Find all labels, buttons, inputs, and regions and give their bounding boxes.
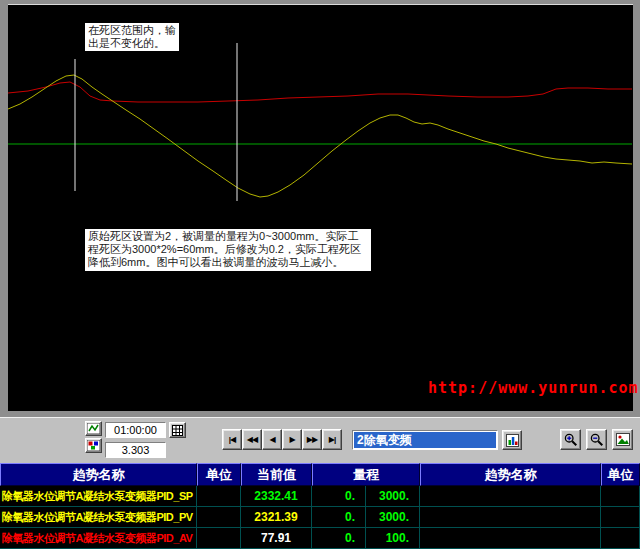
color-palette-icon: [87, 440, 100, 451]
trend-chart-region: 在死区范围内，输出是不变化的。 原始死区设置为2，被调量的量程为0~3000mm…: [0, 0, 640, 417]
header-trend-name: 趋势名称: [0, 463, 197, 486]
header-range: 量程: [312, 463, 420, 486]
trend-name-cell: 除氧器水位调节A凝结水泵变频器PID_AV: [0, 528, 197, 549]
pv-curve: [8, 75, 632, 197]
header-current-value: 当前值: [241, 463, 312, 486]
nav-first-button[interactable]: |◀: [222, 429, 242, 450]
nav-fast-back-button[interactable]: ◀◀: [242, 429, 262, 450]
range-max-cell: 3000.: [366, 507, 420, 528]
av-curve: [8, 82, 632, 102]
playback-nav-group: |◀ ◀◀ ◀ ▶ ▶▶ ▶|: [222, 429, 342, 450]
trend-group-config-button[interactable]: [502, 430, 522, 450]
zoom-in-button[interactable]: [560, 429, 581, 450]
grid-icon: [172, 425, 183, 436]
unit-cell: [197, 486, 241, 507]
table-row-pid-av[interactable]: 除氧器水位调节A凝结水泵变频器PID_AV 77.91 0. 100.: [0, 528, 640, 549]
trend-group-select[interactable]: 2除氧变频: [352, 430, 498, 450]
mini-trend-icon: [87, 423, 100, 434]
trend-group-selected-value: 2除氧变频: [354, 432, 496, 448]
trend-toolbar: 01:00:00 3.303 |◀ ◀◀ ◀ ▶ ▶▶ ▶| 2除氧变频: [0, 417, 640, 463]
color-settings-button[interactable]: [85, 438, 102, 453]
trend-name-cell: 除氧器水位调节A凝结水泵变频器PID_SP: [0, 486, 197, 507]
table-row-pid-sp[interactable]: 除氧器水位调节A凝结水泵变频器PID_SP 2332.41 0. 3000.: [0, 486, 640, 507]
range-min-cell: 0.: [312, 528, 366, 549]
nav-forward-button[interactable]: ▶: [282, 429, 302, 450]
trend-name-2-cell: [420, 486, 601, 507]
nav-last-button[interactable]: ▶|: [322, 429, 342, 450]
current-value-cell: 2332.41: [241, 486, 312, 507]
unit-2-cell: [601, 507, 640, 528]
grid-settings-button[interactable]: [169, 422, 186, 438]
trend-curves: [8, 5, 633, 411]
unit-cell: [197, 528, 241, 549]
unit-cell: [197, 507, 241, 528]
website-watermark: http://www.yunrun.com.cn: [428, 379, 640, 397]
trend-name-2-cell: [420, 528, 601, 549]
unit-2-cell: [601, 486, 640, 507]
trend-legend-table: 趋势名称 单位 当前值 量程 趋势名称 单位 除氧器水位调节A凝结水泵变频器PI…: [0, 463, 640, 549]
trend-name-cell: 除氧器水位调节A凝结水泵变频器PID_PV: [0, 507, 197, 528]
zoom-out-button[interactable]: [586, 429, 607, 450]
current-value-cell: 2321.39: [241, 507, 312, 528]
trend-plot[interactable]: 在死区范围内，输出是不变化的。 原始死区设置为2，被调量的量程为0~3000mm…: [8, 4, 633, 411]
bar-chart-icon: [506, 434, 519, 447]
table-row-pid-pv[interactable]: 除氧器水位调节A凝结水泵变频器PID_PV 2321.39 0. 3000.: [0, 507, 640, 528]
header-trend-name-2: 趋势名称: [420, 463, 601, 486]
nav-fast-fwd-button[interactable]: ▶▶: [302, 429, 322, 450]
trend-name-2-cell: [420, 507, 601, 528]
unit-2-cell: [601, 528, 640, 549]
range-min-cell: 0.: [312, 507, 366, 528]
trend-viewer-window: 在死区范围内，输出是不变化的。 原始死区设置为2，被调量的量程为0~3000mm…: [0, 0, 640, 549]
export-image-button[interactable]: [612, 429, 633, 450]
header-unit-2: 单位: [601, 463, 640, 486]
deadband-annotation: 在死区范围内，输出是不变化的。: [85, 23, 179, 51]
picture-icon: [616, 433, 630, 446]
zoom-in-icon: [564, 433, 578, 447]
table-header-row: 趋势名称 单位 当前值 量程 趋势名称 单位: [0, 463, 640, 486]
current-value-cell: 77.91: [241, 528, 312, 549]
time-span-input[interactable]: 01:00:00: [105, 422, 166, 438]
deadband-explanation-annotation: 原始死区设置为2，被调量的量程为0~3000mm。实际工程死区为3000*2%=…: [85, 229, 371, 271]
range-max-cell: 100.: [366, 528, 420, 549]
range-max-cell: 3000.: [366, 486, 420, 507]
header-unit: 单位: [197, 463, 241, 486]
nav-back-button[interactable]: ◀: [262, 429, 282, 450]
curve-style-button[interactable]: [85, 421, 102, 436]
range-min-cell: 0.: [312, 486, 366, 507]
cursor-value-display[interactable]: 3.303: [105, 442, 166, 458]
zoom-out-icon: [590, 433, 604, 447]
